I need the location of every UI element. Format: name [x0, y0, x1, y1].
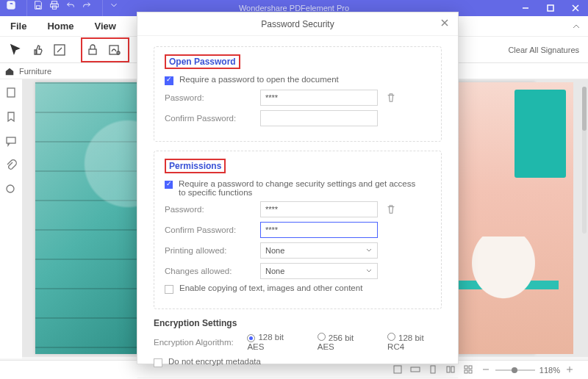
svg-point-13 — [7, 185, 14, 192]
algo-option-1[interactable]: 256 bit AES — [318, 333, 371, 351]
minimize-button[interactable] — [513, 0, 538, 16]
zoom-in-icon[interactable] — [564, 364, 575, 376]
svg-rect-2 — [52, 1, 57, 4]
select-tool-icon[interactable] — [6, 40, 25, 59]
dropdown-icon[interactable] — [109, 0, 119, 16]
svg-rect-5 — [548, 5, 553, 11]
clear-open-password-icon[interactable] — [384, 90, 398, 105]
collapse-ribbon-icon[interactable] — [572, 16, 581, 37]
require-open-password-label: Require a password to open the document — [179, 75, 339, 84]
require-permissions-checkbox[interactable] — [165, 181, 173, 189]
svg-rect-20 — [469, 366, 472, 369]
print-icon[interactable] — [49, 0, 60, 16]
edit-tool-icon[interactable] — [50, 40, 69, 59]
svg-rect-22 — [469, 370, 472, 373]
vertical-scrollbar[interactable] — [582, 87, 587, 234]
save-icon[interactable] — [33, 0, 43, 16]
perm-confirm-label: Confirm Password: — [165, 225, 260, 234]
comments-panel-icon[interactable] — [5, 135, 17, 149]
redo-icon[interactable] — [82, 0, 92, 16]
changes-label: Changes allowed: — [165, 267, 260, 275]
left-sidebar — [0, 79, 22, 358]
menu-home[interactable]: Home — [37, 16, 84, 37]
zoom-out-icon[interactable] — [481, 364, 491, 376]
open-confirm-label: Confirm Password: — [165, 114, 260, 123]
require-permissions-label: Require a password to change security se… — [179, 179, 421, 197]
zoom-slider[interactable] — [495, 369, 535, 371]
close-button[interactable] — [563, 0, 588, 16]
menu-view[interactable]: View — [85, 16, 126, 37]
enable-copy-label: Enable copying of text, images and other… — [179, 284, 362, 292]
svg-rect-19 — [465, 366, 467, 369]
toolbar-right-label[interactable]: Clear All Signatures — [508, 46, 579, 54]
no-encrypt-metadata-label: Do not encrypt metadata — [168, 357, 261, 366]
app-logo-icon — [6, 0, 16, 16]
thumbs-up-icon[interactable] — [28, 40, 47, 59]
perm-password-input[interactable] — [260, 201, 378, 217]
permissions-section: Permissions Require a password to change… — [154, 151, 442, 309]
dialog-title: Password Security — [261, 19, 334, 29]
breadcrumb-label[interactable]: Furniture — [19, 67, 51, 76]
printing-label: Printing allowed: — [165, 246, 260, 255]
clear-perm-password-icon[interactable] — [384, 202, 398, 217]
password-security-dialog: Password Security Open Password Require … — [137, 12, 459, 364]
permissions-heading: Permissions — [165, 159, 226, 173]
document-image-right — [456, 82, 573, 354]
perm-confirm-input[interactable] — [260, 222, 378, 238]
zoom-value: 118% — [539, 366, 560, 375]
algo-option-2[interactable]: 128 bit RC4 — [387, 333, 442, 351]
open-password-section: Open Password Require a password to open… — [154, 46, 442, 142]
svg-rect-7 — [89, 49, 96, 54]
svg-rect-11 — [7, 88, 15, 97]
maximize-button[interactable] — [538, 0, 563, 16]
bookmarks-panel-icon[interactable] — [5, 111, 17, 125]
layout-continuous-icon[interactable] — [463, 364, 473, 376]
open-confirm-input[interactable] — [260, 110, 378, 126]
open-password-label: Password: — [165, 93, 260, 102]
sign-tool-icon[interactable] — [105, 40, 124, 59]
dialog-header: Password Security — [137, 12, 458, 36]
encryption-algo-label: Encryption Algorithm: — [154, 338, 247, 347]
search-panel-icon[interactable] — [5, 184, 17, 198]
dialog-close-button[interactable] — [440, 18, 451, 29]
attachments-panel-icon[interactable] — [5, 159, 17, 173]
svg-rect-12 — [7, 137, 15, 143]
encryption-heading: Encryption Settings — [154, 318, 442, 328]
home-icon[interactable] — [4, 66, 15, 76]
undo-icon[interactable] — [65, 0, 76, 16]
open-password-input[interactable] — [260, 90, 378, 106]
svg-rect-21 — [465, 370, 467, 373]
algo-option-0[interactable]: 128 bit AES — [247, 333, 301, 351]
highlight-protect-tools — [81, 37, 129, 62]
changes-select[interactable]: None — [260, 263, 378, 279]
menu-file[interactable]: File — [0, 16, 37, 37]
printing-select[interactable]: None — [260, 242, 378, 259]
enable-copy-checkbox[interactable] — [165, 285, 173, 294]
svg-rect-1 — [36, 6, 40, 9]
thumbnails-panel-icon[interactable] — [5, 87, 17, 101]
perm-password-label: Password: — [165, 205, 260, 214]
no-encrypt-metadata-checkbox[interactable] — [154, 358, 162, 367]
open-password-heading: Open Password — [165, 54, 240, 69]
require-open-password-checkbox[interactable] — [165, 76, 173, 85]
lock-tool-icon[interactable] — [83, 40, 102, 59]
